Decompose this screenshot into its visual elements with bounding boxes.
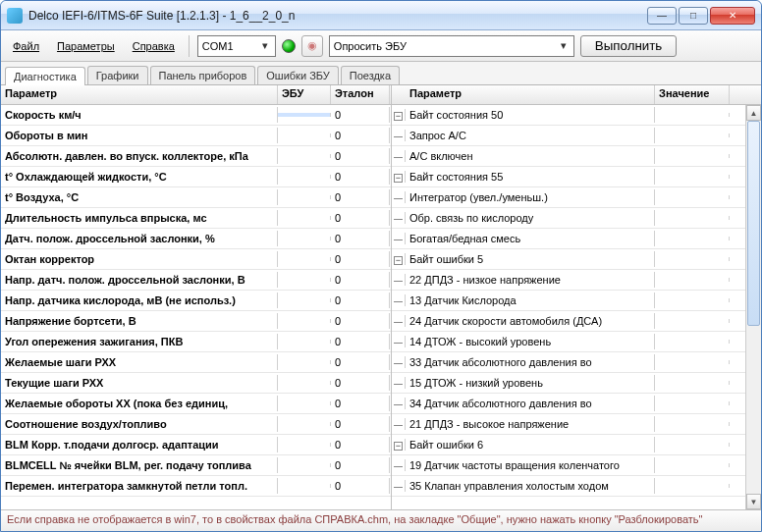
window-title: Delco IEFI-6/ITMS-6F Suite [1.2.1.3] - 1… (28, 9, 645, 23)
table-row[interactable]: 34 Датчик абсолютного давления во (392, 394, 745, 414)
tab-graphs[interactable]: Графики (87, 66, 148, 84)
col-header-etalon[interactable]: Эталон (331, 85, 390, 104)
cell-value (655, 133, 730, 137)
table-row[interactable]: Обороты в мин0 (1, 126, 391, 146)
table-row[interactable]: Напряжение бортсети, В0 (1, 311, 391, 332)
run-button[interactable]: Выполнить (580, 35, 677, 57)
grids-area: Параметр ЭБУ Эталон Скорость км/ч0Оборот… (1, 85, 761, 509)
table-row[interactable]: BLM Корр. т.подачи долгоср. адаптации0 (1, 435, 391, 455)
table-row[interactable]: 19 Датчик частоты вращения коленчатого (392, 455, 745, 476)
chevron-down-icon: ▾ (257, 39, 273, 52)
tree-line-icon (392, 294, 406, 306)
table-row[interactable]: 35 Клапан управления холостым ходом (392, 476, 745, 497)
table-row[interactable]: −Байт ошибки 6 (392, 435, 745, 455)
table-row[interactable]: BLMCELL № ячейки BLM, рег. подачу топлив… (1, 455, 391, 476)
table-row[interactable]: Интегратор (увел./уменьш.) (392, 187, 745, 208)
col-header-ecu[interactable]: ЭБУ (278, 85, 331, 104)
col-header-param[interactable]: Параметр (406, 85, 655, 104)
collapse-icon[interactable]: − (392, 171, 406, 183)
menu-file[interactable]: Файл (7, 37, 45, 55)
table-row[interactable]: Напр. датч. полож. дроссельной заслонки,… (1, 270, 391, 291)
cell-ecu (278, 381, 331, 385)
table-row[interactable]: Абсолютн. давлен. во впуск. коллекторе, … (1, 146, 391, 167)
table-row[interactable]: Угол опережения зажигания, ПКВ0 (1, 332, 391, 352)
maximize-button[interactable]: □ (679, 7, 708, 25)
menu-params[interactable]: Параметры (51, 37, 121, 55)
table-row[interactable]: Напр. датчика кислорода, мВ (не использ.… (1, 291, 391, 311)
cell-etalon: 0 (331, 396, 390, 411)
table-row[interactable]: Длительность импульса впрыска, мс0 (1, 208, 391, 229)
tab-diagnostics[interactable]: Диагностика (5, 67, 85, 85)
action-value: Опросить ЭБУ (334, 40, 407, 52)
action-select[interactable]: Опросить ЭБУ ▾ (329, 35, 574, 57)
table-row[interactable]: −Байт ошибки 5 (392, 249, 745, 270)
table-row[interactable]: −Байт состояния 55 (392, 167, 745, 187)
table-row[interactable]: 15 ДТОЖ - низкий уровень (392, 373, 745, 394)
cell-param: Длительность импульса впрыска, мс (1, 210, 278, 226)
cell-value (655, 484, 730, 488)
tool-button[interactable]: ◉ (301, 35, 323, 57)
collapse-icon[interactable]: − (392, 439, 406, 451)
table-row[interactable]: Желаемые шаги РХХ0 (1, 352, 391, 373)
collapse-icon[interactable]: − (392, 253, 406, 265)
table-row[interactable]: Богатая/бедная смесь (392, 229, 745, 249)
table-row[interactable]: 33 Датчик абсолютного давления во (392, 352, 745, 373)
cell-param: Запрос A/C (406, 128, 655, 143)
table-row[interactable]: t° Воздуха, °С0 (1, 187, 391, 208)
table-row[interactable]: Перемен. интегратора замкнутой петли топ… (1, 476, 391, 497)
right-grid: Параметр Значение −Байт состояния 50Запр… (392, 85, 761, 509)
cell-param: Желаемые обороты ХХ (пока без единиц, (1, 396, 278, 411)
cell-ecu (278, 175, 331, 179)
table-row[interactable]: 13 Датчик Кислорода (392, 291, 745, 311)
cell-param: 24 Датчик скорости автомобиля (ДСА) (406, 313, 655, 329)
cell-value (655, 463, 730, 467)
cell-ecu (278, 133, 331, 137)
tree-line-icon (392, 480, 406, 492)
table-row[interactable]: Обр. связь по кислороду (392, 208, 745, 229)
col-header-value[interactable]: Значение (655, 85, 730, 104)
table-row[interactable]: Желаемые обороты ХХ (пока без единиц,0 (1, 394, 391, 414)
cell-param: Напряжение бортсети, В (1, 313, 278, 329)
cell-param: 13 Датчик Кислорода (406, 293, 655, 308)
table-row[interactable]: 14 ДТОЖ - высокий уровень (392, 332, 745, 352)
cell-etalon: 0 (331, 272, 390, 288)
table-row[interactable]: Текущие шаги РХХ0 (1, 373, 391, 394)
table-row[interactable]: Датч. полож. дроссельной заслонки, %0 (1, 229, 391, 249)
cell-ecu (278, 278, 331, 282)
cell-param: Датч. полож. дроссельной заслонки, % (1, 231, 278, 246)
titlebar: Delco IEFI-6/ITMS-6F Suite [1.2.1.3] - 1… (1, 1, 761, 30)
cell-ecu (278, 195, 331, 199)
table-row[interactable]: 21 ДПДЗ - высокое напряжение (392, 414, 745, 435)
table-row[interactable]: Запрос A/C (392, 126, 745, 146)
col-header-param[interactable]: Параметр (1, 85, 278, 104)
table-row[interactable]: Октан корректор0 (1, 249, 391, 270)
port-select[interactable]: COM1 ▾ (197, 35, 276, 57)
table-row[interactable]: −Байт состояния 50 (392, 105, 745, 126)
cell-ecu (278, 401, 331, 405)
cell-ecu (278, 422, 331, 426)
tab-trip[interactable]: Поездка (341, 66, 400, 84)
tab-dashboard[interactable]: Панель приборов (150, 66, 256, 84)
cell-ecu (278, 113, 331, 117)
table-row[interactable]: Соотношение воздух/топливо0 (1, 414, 391, 435)
table-row[interactable]: A/C включен (392, 146, 745, 167)
scroll-up-button[interactable]: ▲ (746, 105, 761, 121)
menubar: Файл Параметры Справка COM1 ▾ ◉ Опросить… (1, 30, 761, 62)
cell-ecu (278, 216, 331, 220)
scrollbar-vertical[interactable]: ▲ ▼ (745, 105, 761, 509)
scroll-track[interactable] (746, 121, 761, 494)
close-button[interactable]: ✕ (710, 7, 755, 25)
scroll-down-button[interactable]: ▼ (746, 494, 761, 509)
table-row[interactable]: 24 Датчик скорости автомобиля (ДСА) (392, 311, 745, 332)
minimize-button[interactable]: — (647, 7, 677, 25)
tab-errors[interactable]: Ошибки ЗБУ (257, 66, 338, 84)
cell-etalon: 0 (331, 107, 390, 123)
scroll-thumb[interactable] (747, 121, 760, 326)
table-row[interactable]: Скорость км/ч0 (1, 105, 391, 126)
table-row[interactable]: 22 ДПДЗ - низкое напряжение (392, 270, 745, 291)
menu-help[interactable]: Справка (127, 37, 181, 55)
collapse-icon[interactable]: − (392, 109, 406, 121)
cell-value (655, 401, 730, 405)
cell-etalon: 0 (331, 210, 390, 226)
table-row[interactable]: t° Охлаждающей жидкости, °С0 (1, 167, 391, 187)
